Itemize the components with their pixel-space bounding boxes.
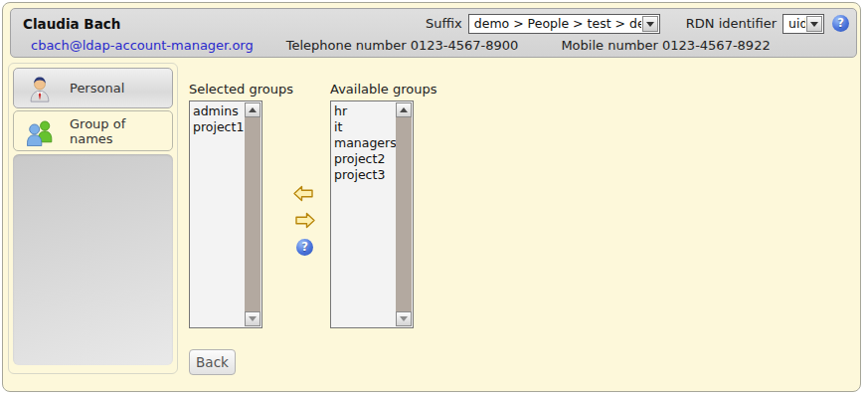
available-groups-scrollbar[interactable]	[396, 102, 412, 326]
header-help-icon[interactable]: ?	[832, 15, 849, 32]
scroll-down-button[interactable]	[245, 311, 260, 326]
email-link[interactable]: cbach@ldap-account-manager.org	[31, 38, 254, 53]
rdn-select-arrow-button[interactable]	[806, 16, 822, 32]
scroll-up-button[interactable]	[245, 102, 260, 117]
telephone-label: Telephone number	[286, 38, 407, 53]
rdn-identifier-label: RDN identifier	[686, 16, 777, 31]
rdn-identifier-select[interactable]: uid	[782, 14, 824, 34]
telephone-number: Telephone number 0123-4567-8900	[286, 38, 519, 53]
group-icon	[25, 116, 55, 146]
selected-groups-label: Selected groups	[189, 82, 293, 97]
header-controls: Suffix demo > People > test > de RDN ide…	[426, 14, 849, 34]
list-item[interactable]: project2	[334, 151, 396, 167]
mobile-number: Mobile number 0123-4567-8922	[561, 38, 770, 53]
list-item[interactable]: admins	[193, 103, 245, 119]
sidebar-filler-panel	[13, 154, 173, 365]
list-item[interactable]: it	[334, 119, 396, 135]
rdn-select-value: uid	[783, 16, 805, 31]
module-tab-sidebar: Personal Group of names	[8, 63, 178, 374]
move-right-arrow-button[interactable]	[295, 212, 315, 229]
tab-group-of-names-label: Group of names	[70, 116, 172, 146]
triangle-up-icon	[400, 103, 408, 112]
available-groups-label: Available groups	[330, 82, 437, 97]
available-groups-listbox[interactable]: hritmanagersproject2project3	[330, 100, 414, 328]
person-icon	[25, 74, 55, 103]
list-item[interactable]: hr	[334, 103, 396, 119]
chevron-down-icon	[810, 22, 818, 31]
groups-help-icon[interactable]: ?	[296, 239, 313, 256]
account-edit-page: Claudia Bach Suffix demo > People > test…	[2, 2, 861, 392]
available-groups-items: hritmanagersproject2project3	[331, 101, 396, 327]
header-row-top: Claudia Bach Suffix demo > People > test…	[11, 9, 856, 36]
scroll-down-button[interactable]	[396, 311, 412, 326]
triangle-up-icon	[249, 103, 257, 112]
selected-groups-items: adminsproject1	[190, 101, 245, 327]
list-item[interactable]: project1	[193, 119, 245, 135]
selected-groups-scrollbar[interactable]	[245, 102, 260, 326]
list-item[interactable]: managers	[334, 135, 396, 151]
suffix-select[interactable]: demo > People > test > de	[468, 14, 660, 34]
mobile-label: Mobile number	[561, 38, 658, 53]
tab-group-of-names[interactable]: Group of names	[13, 110, 173, 151]
suffix-select-value: demo > People > test > de	[469, 16, 641, 31]
selected-groups-listbox[interactable]: adminsproject1	[189, 100, 262, 328]
list-item[interactable]: project3	[334, 167, 396, 183]
mobile-value: 0123-4567-8922	[662, 38, 771, 53]
triangle-down-icon	[400, 316, 408, 325]
user-name: Claudia Bach	[23, 16, 120, 32]
suffix-label: Suffix	[426, 16, 462, 31]
triangle-down-icon	[249, 316, 257, 325]
telephone-value: 0123-4567-8900	[411, 38, 519, 53]
back-button[interactable]: Back	[189, 349, 236, 375]
user-header: Claudia Bach Suffix demo > People > test…	[10, 8, 857, 58]
chevron-down-icon	[646, 22, 654, 31]
suffix-select-arrow-button[interactable]	[642, 16, 658, 32]
tab-personal-label: Personal	[70, 81, 124, 96]
scroll-up-button[interactable]	[396, 102, 412, 117]
header-row-bottom: cbach@ldap-account-manager.org Telephone…	[11, 36, 856, 55]
move-left-arrow-button[interactable]	[293, 185, 313, 202]
tab-personal[interactable]: Personal	[13, 68, 173, 108]
